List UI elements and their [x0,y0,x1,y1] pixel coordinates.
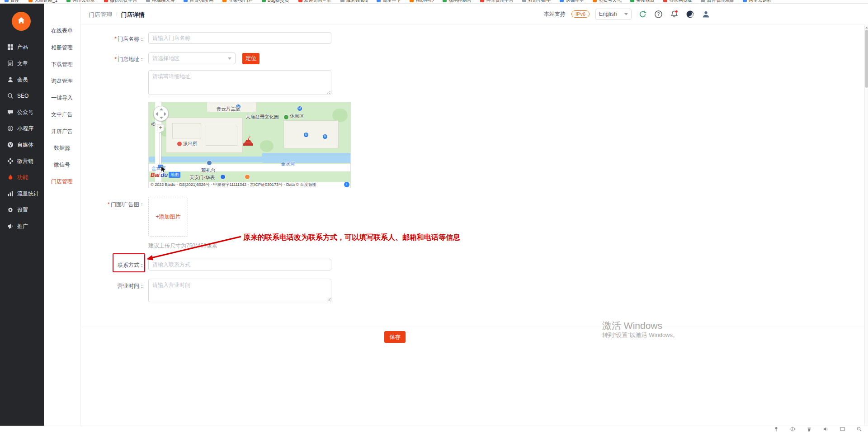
bookmark-item[interactable]: 登录网页版 [663,0,692,3]
submenu-item-online-forms[interactable]: 在线表单 [44,23,80,39]
sidebar-item-miniprogram[interactable]: 小程序 [0,120,44,137]
sidebar-item-articles[interactable]: 文章 [0,55,44,71]
bookmark-item[interactable]: 电脑端大屏 [146,0,175,3]
bookmark-item[interactable]: 欢迎访问三丰 [298,0,331,3]
bookmark-item[interactable]: 微信公众平台 [104,0,137,3]
notification-bell-icon[interactable] [669,9,679,19]
bookmark-item[interactable]: 合理云登录 [66,0,95,3]
bookmark-item[interactable]: 阿里云远程 [743,0,771,3]
language-select[interactable]: English [595,9,632,20]
sidebar-item-marketing[interactable]: 微营销 [0,153,44,169]
bookmark-item[interactable]: Bug提交页 [262,0,289,3]
bookmark-item[interactable]: 公众号天气 [593,0,621,3]
bookmark-favicon [222,0,226,2]
chevron-down-icon [624,13,628,17]
pin-icon[interactable] [774,427,778,432]
bookmark-favicon [663,0,667,2]
business-hours-label: 营业时间： [86,282,145,290]
bookmark-item[interactable]: 百度一下 [377,0,401,3]
baidu-map[interactable]: M M M M 青云片兰室 大庙盆景文化园 休息区 松 派出所 观礼台 金水河 … [148,102,351,188]
bookmark-item[interactable]: 社群小助手 [522,0,551,3]
magnifier-icon[interactable] [857,427,862,432]
map-canvas[interactable]: M M M M 青云片兰室 大庙盆景文化园 休息区 松 派出所 观礼台 金水河 … [149,102,351,183]
globe-icon[interactable] [790,427,795,432]
home-button[interactable] [12,12,31,31]
sidebar-item-seo[interactable]: SEO [0,88,44,104]
map-compass-control[interactable] [153,106,169,121]
save-button[interactable]: 保存 [384,331,406,343]
submenu-item-inquiries[interactable]: 询盘管理 [44,73,80,90]
bookmark-item[interactable]: 百度 [5,0,19,3]
scenic-spot-icon [283,114,289,120]
tiananmen-landmark-icon [242,136,255,147]
sidebar-item-members[interactable]: 会员 [0,71,44,88]
sidebar-item-settings[interactable]: 设置 [0,202,44,218]
zoom-in-button[interactable]: + [157,124,164,131]
submenu-item-downloads[interactable]: 下载管理 [44,56,80,73]
breadcrumb-parent[interactable]: 门店管理 [89,11,112,19]
bookmark-item[interactable]: 我的控制台 [443,0,471,3]
bookmark-item[interactable]: 店铺星空 [560,0,584,3]
sidebar-item-traffic-stats[interactable]: 流量统计 [0,185,44,202]
windows-activation-hint: 转到“设置”以激活 Windows。 [602,331,679,339]
map-label: 金水河 [281,161,295,167]
map-label: 松 [151,121,156,128]
storefront-image-label: *门面/广告图： [86,201,145,209]
window-icon[interactable] [840,427,845,432]
bookmark-favicon [630,0,634,2]
vertical-scrollbar[interactable] [864,24,868,426]
help-icon[interactable]: ? [653,9,663,19]
bookmark-item[interactable]: 后台管理系统 [701,0,734,3]
submenu-item-intext-ads[interactable]: 文中广告 [44,106,80,123]
speaker-icon[interactable] [823,427,828,432]
sidebar-item-official-account[interactable]: 公众号 [0,104,44,120]
grid-icon [7,44,14,50]
bookmark-item[interactable]: 停车管理平台 [480,0,513,3]
pan-right-icon[interactable] [164,112,166,116]
store-name-label: *门店名称： [86,35,145,43]
submenu-item-datasource[interactable]: 数据源 [44,140,80,157]
submenu-item-splash-ads[interactable]: 开屏广告 [44,123,80,140]
store-address-label: *门店地址： [86,56,145,63]
bookmark-favicon [377,0,381,2]
region-select[interactable]: 请选择地区 [148,52,236,64]
submenu-list: 在线表单 相册管理 下载管理 询盘管理 一键导入 文中广告 开屏广告 数据源 微… [44,23,80,190]
map-river [262,153,351,163]
locate-button[interactable]: 定位 [242,53,259,64]
browser-bookmarks-bar: 百度 无糖建站_1 合理云登录 微信公众平台 电脑端大屏 首页-淘宝网 立采-安… [0,0,868,4]
sidebar-item-products[interactable]: 产品 [0,39,44,55]
sidebar-item-promotion[interactable]: 推广 [0,218,44,234]
bookmark-item[interactable]: 首页-淘宝网 [184,0,213,3]
poi-icon [220,174,226,180]
pan-up-icon[interactable] [160,108,163,110]
store-name-input[interactable] [148,32,331,44]
image-upload-box[interactable]: +添加图片 [148,197,188,237]
sidebar-item-selfmedia[interactable]: 自媒体 [0,137,44,153]
map-road [149,164,351,171]
bookmark-item[interactable]: 帮助中心 [410,0,434,3]
submenu-item-import[interactable]: 一键导入 [44,90,80,106]
annotation-highlight-box [113,253,145,272]
detail-address-textarea[interactable] [148,70,331,95]
refresh-icon[interactable] [637,9,647,19]
dark-mode-moon-icon[interactable] [685,9,695,19]
sidebar-item-functions[interactable]: 功能 [0,169,44,185]
submenu-item-store-management[interactable]: 门店管理 [44,173,80,190]
bookmark-item[interactable]: 无糖建站_1 [28,0,57,3]
business-hours-textarea[interactable] [148,279,331,302]
scrollbar-thumb[interactable] [865,30,868,88]
map-feedback-icon[interactable]: i [344,182,349,187]
scroll-up-arrow-icon[interactable] [865,25,868,28]
bookmark-item[interactable]: 立采-安门户 [222,0,252,3]
user-account-icon[interactable] [701,9,711,19]
trash-icon[interactable] [807,427,811,432]
zoom-slider-track[interactable] [160,132,161,166]
language-select-value: English [599,11,617,17]
ipv6-badge: IPv6 [571,10,590,18]
submenu-item-albums[interactable]: 相册管理 [44,39,80,56]
bookmark-item[interactable]: 域名Whois [340,0,368,3]
submenu-item-wechat-id[interactable]: 微信号 [44,157,80,173]
pan-left-icon[interactable] [156,112,158,116]
pan-down-icon[interactable] [160,117,163,119]
bookmark-item[interactable]: 美团联盟 [630,0,654,3]
